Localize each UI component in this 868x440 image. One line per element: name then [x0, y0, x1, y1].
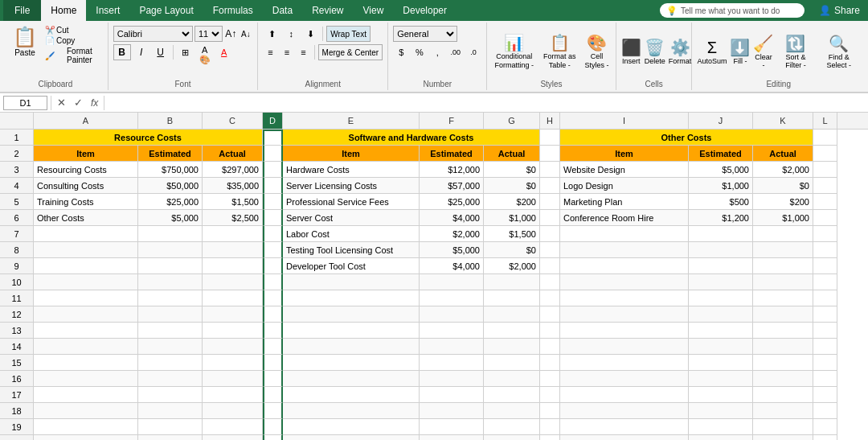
- cell-software-costs-title[interactable]: Software and Hardware Costs: [283, 130, 540, 146]
- cell-l7[interactable]: [813, 226, 837, 242]
- cell-e3[interactable]: Hardware Costs: [283, 162, 420, 178]
- cell-e16[interactable]: [283, 371, 420, 387]
- tab-review[interactable]: Review: [302, 0, 353, 21]
- cell-d20[interactable]: [263, 435, 283, 440]
- cell-d9[interactable]: [263, 258, 283, 274]
- align-bottom-button[interactable]: ⬇: [301, 26, 319, 42]
- cell-j10[interactable]: [689, 274, 753, 290]
- cell-l11[interactable]: [813, 290, 837, 306]
- cell-k2[interactable]: Actual: [753, 146, 813, 162]
- cell-d2[interactable]: [263, 146, 283, 162]
- cell-d13[interactable]: [263, 323, 283, 339]
- comma-button[interactable]: ,: [429, 44, 445, 60]
- cell-j8[interactable]: [689, 242, 753, 258]
- cell-b19[interactable]: [138, 419, 203, 435]
- cell-k3[interactable]: $2,000: [753, 162, 813, 178]
- cell-d6[interactable]: [263, 210, 283, 226]
- cell-k7[interactable]: [753, 226, 813, 242]
- border-button[interactable]: ⊞: [177, 44, 194, 60]
- currency-button[interactable]: $: [393, 44, 409, 60]
- cell-g12[interactable]: [484, 306, 540, 323]
- cell-c18[interactable]: [203, 403, 263, 419]
- cell-b12[interactable]: [138, 306, 203, 323]
- cell-d12[interactable]: [263, 306, 283, 323]
- cell-c4[interactable]: $35,000: [203, 178, 263, 194]
- cell-h1[interactable]: [540, 130, 560, 146]
- cell-g7[interactable]: $1,500: [484, 226, 540, 242]
- cell-l14[interactable]: [813, 339, 837, 355]
- cell-h3[interactable]: [540, 162, 560, 178]
- cell-h7[interactable]: [540, 226, 560, 242]
- cell-c13[interactable]: [203, 323, 263, 339]
- cell-l4[interactable]: [813, 178, 837, 194]
- underline-button[interactable]: U: [152, 44, 170, 60]
- cell-c3[interactable]: $297,000: [203, 162, 263, 178]
- cell-b18[interactable]: [138, 403, 203, 419]
- cell-b10[interactable]: [138, 274, 203, 290]
- cell-j9[interactable]: [689, 258, 753, 274]
- cell-f11[interactable]: [420, 290, 484, 306]
- cell-d14[interactable]: [263, 339, 283, 355]
- autosum-button[interactable]: Σ AutoSum: [697, 39, 727, 65]
- cell-e13[interactable]: [283, 323, 420, 339]
- cell-h20[interactable]: [540, 435, 560, 440]
- cell-d8[interactable]: [263, 242, 283, 258]
- merge-center-button[interactable]: Merge & Center: [318, 44, 383, 60]
- cell-f8[interactable]: $5,000: [420, 242, 484, 258]
- tab-file[interactable]: File: [3, 0, 41, 21]
- cell-l6[interactable]: [813, 210, 837, 226]
- cell-g15[interactable]: [484, 355, 540, 371]
- cell-j16[interactable]: [689, 371, 753, 387]
- cell-i17[interactable]: [560, 387, 689, 403]
- copy-button[interactable]: 📄Copy: [45, 36, 103, 45]
- cell-k17[interactable]: [753, 387, 813, 403]
- cell-c17[interactable]: [203, 387, 263, 403]
- cell-f5[interactable]: $25,000: [420, 194, 484, 210]
- cell-h6[interactable]: [540, 210, 560, 226]
- tell-me-box[interactable]: 💡 Tell me what you want to do: [660, 3, 805, 18]
- cell-g11[interactable]: [484, 290, 540, 306]
- cell-l18[interactable]: [813, 403, 837, 419]
- cell-d16[interactable]: [263, 371, 283, 387]
- cell-h10[interactable]: [540, 274, 560, 290]
- cell-g20[interactable]: [484, 435, 540, 440]
- cell-i6[interactable]: Conference Room Hire: [560, 210, 689, 226]
- italic-button[interactable]: I: [133, 44, 150, 60]
- cell-h9[interactable]: [540, 258, 560, 274]
- cell-e18[interactable]: [283, 403, 420, 419]
- tab-page-layout[interactable]: Page Layout: [129, 0, 203, 21]
- cell-a12[interactable]: [34, 306, 138, 323]
- cell-b7[interactable]: [138, 226, 203, 242]
- cell-i5[interactable]: Marketing Plan: [560, 194, 689, 210]
- cell-a10[interactable]: [34, 274, 138, 290]
- cell-b8[interactable]: [138, 242, 203, 258]
- cut-button[interactable]: ✂️Cut: [45, 26, 103, 35]
- tab-formulas[interactable]: Formulas: [203, 0, 263, 21]
- formula-input[interactable]: [108, 96, 865, 110]
- cell-j11[interactable]: [689, 290, 753, 306]
- cell-e20[interactable]: [283, 435, 420, 440]
- cell-a20[interactable]: [34, 435, 138, 440]
- cell-a19[interactable]: [34, 419, 138, 435]
- cell-h5[interactable]: [540, 194, 560, 210]
- col-header-l[interactable]: L: [813, 113, 837, 129]
- cell-d17[interactable]: [263, 387, 283, 403]
- cell-k20[interactable]: [753, 435, 813, 440]
- cell-j20[interactable]: [689, 435, 753, 440]
- cell-i7[interactable]: [560, 226, 689, 242]
- cell-f20[interactable]: [420, 435, 484, 440]
- cell-c6[interactable]: $2,500: [203, 210, 263, 226]
- cell-j13[interactable]: [689, 323, 753, 339]
- cell-i10[interactable]: [560, 274, 689, 290]
- conditional-formatting-button[interactable]: 📊 Conditional Formatting -: [492, 33, 536, 70]
- format-painter-button[interactable]: 🖌️Format Painter: [45, 47, 103, 64]
- cell-f15[interactable]: [420, 355, 484, 371]
- cell-l16[interactable]: [813, 371, 837, 387]
- col-header-d[interactable]: D: [263, 113, 283, 129]
- cell-d5[interactable]: [263, 194, 283, 210]
- cell-b6[interactable]: $5,000: [138, 210, 203, 226]
- cell-h19[interactable]: [540, 419, 560, 435]
- cell-c2[interactable]: Actual: [203, 146, 263, 162]
- cell-l9[interactable]: [813, 258, 837, 274]
- col-header-j[interactable]: J: [689, 113, 753, 129]
